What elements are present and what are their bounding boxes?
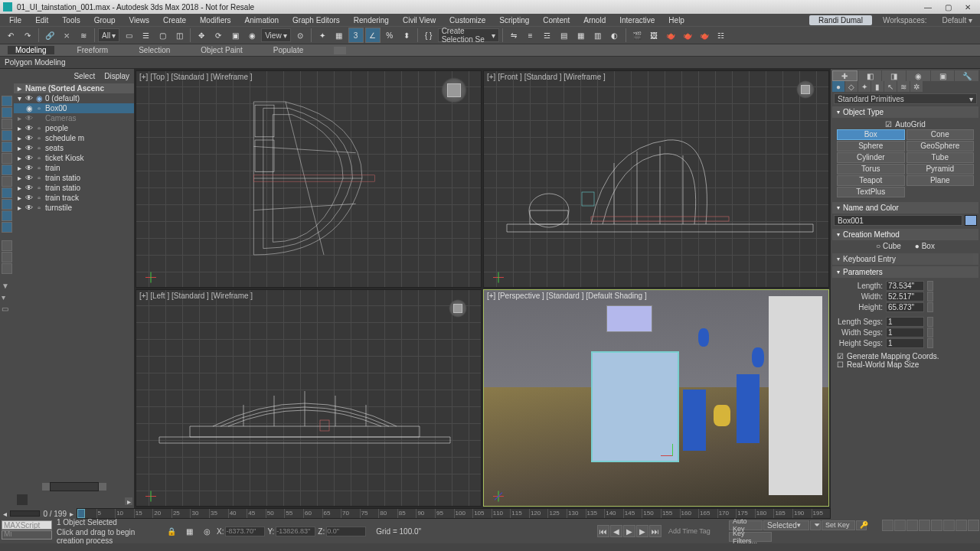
scene-tool-12[interactable]: [2, 222, 12, 233]
scene-item[interactable]: ▸👁▫train: [14, 163, 134, 173]
create-cameras-icon[interactable]: ▮: [871, 81, 884, 92]
scene-tool-15[interactable]: [2, 263, 12, 274]
menu-animation[interactable]: Animation: [239, 16, 285, 24]
menu-group[interactable]: Group: [88, 16, 122, 24]
spinner-icon[interactable]: [927, 292, 933, 302]
spinner-icon[interactable]: [927, 281, 933, 291]
coord-z[interactable]: [326, 527, 366, 536]
render-online-button[interactable]: ☷: [714, 28, 729, 43]
curve-editor-button[interactable]: ▦: [573, 28, 589, 43]
category-dropdown[interactable]: Standard Primitives▾: [834, 93, 977, 104]
coord-x[interactable]: [225, 527, 265, 536]
prev-frame-button[interactable]: ◀: [610, 525, 622, 537]
goto-start-button[interactable]: ⏮: [597, 525, 609, 537]
select-object-button[interactable]: ▭: [121, 28, 136, 43]
selection-filter-dropdown[interactable]: All ▾: [98, 28, 119, 42]
scene-col-display[interactable]: Display: [104, 72, 129, 80]
panel-tab-hierarchy[interactable]: ◨: [882, 70, 906, 81]
scene-item[interactable]: ▸👁▫turnstile: [14, 203, 134, 213]
menu-tools[interactable]: Tools: [56, 16, 86, 24]
scene-tool-14[interactable]: [2, 252, 12, 262]
prim-pyramid-button[interactable]: Pyramid: [906, 164, 975, 174]
ribbon-tab-modeling[interactable]: Modeling: [8, 46, 54, 54]
scene-tool-4[interactable]: [2, 130, 12, 141]
length-segs-field[interactable]: [886, 317, 924, 327]
render-setup-button[interactable]: 🎬: [629, 28, 645, 43]
bind-button[interactable]: ≋: [76, 28, 91, 43]
named-selection-dropdown[interactable]: Create Selection Se ▾: [438, 28, 499, 42]
workspace-dropdown[interactable]: Default ▾: [938, 16, 977, 24]
menu-file[interactable]: File: [3, 16, 28, 24]
radio-cube[interactable]: Cube: [876, 242, 901, 250]
render-frame-button[interactable]: 🖼: [646, 28, 662, 43]
prim-textplus-button[interactable]: TextPlus: [837, 187, 905, 197]
manipulate-button[interactable]: ✦: [315, 28, 330, 43]
select-by-name-button[interactable]: ☰: [138, 28, 153, 43]
play-button[interactable]: ▶: [623, 525, 635, 537]
selected-box-object[interactable]: [591, 351, 679, 462]
minimize-button[interactable]: —: [919, 2, 937, 12]
menu-views[interactable]: Views: [123, 16, 156, 24]
height-field[interactable]: [886, 302, 924, 312]
layer-explorer-button[interactable]: ☲: [540, 28, 555, 43]
prim-teapot-button[interactable]: Teapot: [837, 175, 905, 186]
menu-create[interactable]: Create: [157, 16, 192, 24]
setkey-button[interactable]: Set Key: [822, 520, 855, 530]
sort-icon[interactable]: ▾: [2, 293, 12, 304]
radio-box[interactable]: Box: [915, 242, 935, 250]
viewport-left[interactable]: [+] [Left ] [Standard ] [Wireframe ]: [136, 289, 482, 507]
ribbon-toggle-icon[interactable]: [334, 47, 346, 54]
object-name-field[interactable]: [834, 215, 962, 226]
width-field[interactable]: [886, 292, 924, 302]
track-bar[interactable]: [10, 510, 40, 517]
select-region-button[interactable]: ▢: [155, 28, 170, 43]
object-color-swatch[interactable]: [965, 215, 977, 226]
link-button[interactable]: 🔗: [42, 28, 57, 43]
menu-content[interactable]: Content: [537, 16, 576, 24]
orbit-button[interactable]: [943, 520, 955, 531]
spinner-icon[interactable]: [927, 302, 933, 312]
scene-tool-5[interactable]: [2, 142, 12, 152]
key-filters-button[interactable]: Key Filters...: [729, 532, 772, 542]
scene-item[interactable]: ▸👁 Cameras: [14, 113, 134, 123]
maximize-button[interactable]: ▢: [939, 2, 957, 12]
undo-button[interactable]: ↶: [3, 28, 18, 43]
scale-button[interactable]: ▣: [227, 28, 243, 43]
time-ruler[interactable]: 0510152025303540455055606570758085909510…: [77, 508, 831, 519]
rollout-name-color[interactable]: Name and Color: [832, 202, 978, 214]
create-lights-icon[interactable]: ✦: [858, 81, 871, 92]
panel-tab-create[interactable]: ✚: [832, 70, 858, 81]
ribbon-tab-selection[interactable]: Selection: [131, 46, 178, 54]
menu-civil-view[interactable]: Civil View: [397, 16, 442, 24]
scene-tool-2[interactable]: [2, 107, 12, 118]
time-tag[interactable]: Add Time Tag: [664, 527, 725, 535]
time-cursor[interactable]: [77, 509, 85, 518]
viewcube-icon[interactable]: [449, 299, 467, 318]
scene-tool-8[interactable]: [2, 176, 12, 187]
scene-item[interactable]: ▸👁▫schedule m: [14, 133, 134, 143]
prim-tube-button[interactable]: Tube: [906, 152, 975, 163]
prim-cone-button[interactable]: Cone: [906, 129, 975, 140]
redo-button[interactable]: ↷: [20, 28, 35, 43]
prim-box-button[interactable]: Box: [837, 129, 905, 140]
coord-y[interactable]: [276, 527, 315, 536]
scene-hscroll[interactable]: [50, 482, 99, 491]
zoom-extents-all-button[interactable]: [919, 520, 930, 531]
create-systems-icon[interactable]: ✲: [910, 81, 923, 92]
create-geometry-icon[interactable]: ●: [832, 81, 844, 92]
zoom-all-button[interactable]: [894, 520, 906, 531]
scene-item[interactable]: ▸👁▫ticket Kiosk: [14, 153, 134, 163]
window-crossing-button[interactable]: ◫: [172, 28, 187, 43]
isolation-icon[interactable]: ◎: [199, 523, 214, 539]
angle-snap-button[interactable]: ∠: [365, 28, 381, 43]
prim-geosphere-button[interactable]: GeoSphere: [906, 141, 975, 152]
panel-tab-modify[interactable]: ◧: [858, 70, 882, 81]
ribbon-tab-freeform[interactable]: Freeform: [70, 46, 116, 54]
menu-interactive[interactable]: Interactive: [613, 16, 661, 24]
create-shapes-icon[interactable]: ◇: [845, 81, 858, 92]
move-button[interactable]: ✥: [194, 28, 209, 43]
rollout-object-type[interactable]: Object Type: [832, 106, 978, 118]
scene-item[interactable]: ▸👁▫seats: [14, 143, 134, 153]
goto-end-button[interactable]: ⏭: [649, 525, 662, 537]
ribbon-tab-populate[interactable]: Populate: [266, 46, 311, 54]
